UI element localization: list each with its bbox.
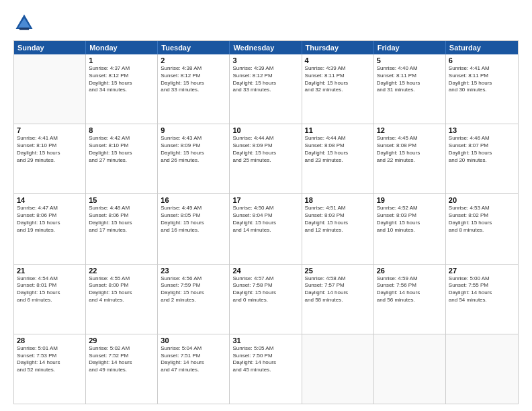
day-number: 4 [305, 56, 371, 64]
calendar-cell: 4Sunrise: 4:39 AM Sunset: 8:11 PM Daylig… [302, 54, 374, 124]
calendar-cell: 20Sunrise: 4:53 AM Sunset: 8:02 PM Dayli… [446, 194, 518, 263]
day-info: Sunrise: 5:04 AM Sunset: 7:51 PM Dayligh… [161, 345, 226, 374]
day-number: 15 [89, 196, 154, 204]
calendar-cell: 23Sunrise: 4:56 AM Sunset: 7:59 PM Dayli… [158, 265, 230, 334]
calendar-cell: 7Sunrise: 4:41 AM Sunset: 8:10 PM Daylig… [14, 124, 86, 193]
calendar-row: 14Sunrise: 4:47 AM Sunset: 8:06 PM Dayli… [14, 194, 518, 264]
day-info: Sunrise: 5:05 AM Sunset: 7:50 PM Dayligh… [232, 345, 298, 374]
day-number: 26 [377, 267, 443, 275]
day-info: Sunrise: 4:44 AM Sunset: 8:08 PM Dayligh… [305, 135, 371, 164]
calendar-cell: 21Sunrise: 4:54 AM Sunset: 8:01 PM Dayli… [14, 265, 86, 334]
logo [13, 12, 38, 34]
calendar-cell [374, 334, 446, 404]
calendar-cell: 6Sunrise: 4:41 AM Sunset: 8:11 PM Daylig… [446, 54, 518, 124]
day-info: Sunrise: 4:41 AM Sunset: 8:11 PM Dayligh… [449, 65, 515, 94]
calendar-cell: 22Sunrise: 4:55 AM Sunset: 8:00 PM Dayli… [86, 265, 158, 334]
calendar-header: SundayMondayTuesdayWednesdayThursdayFrid… [14, 41, 518, 54]
day-number: 13 [449, 126, 515, 134]
calendar-cell: 16Sunrise: 4:49 AM Sunset: 8:05 PM Dayli… [158, 194, 230, 263]
day-number: 16 [161, 196, 226, 204]
day-info: Sunrise: 4:40 AM Sunset: 8:11 PM Dayligh… [377, 65, 443, 94]
day-number: 30 [161, 336, 226, 345]
weekday-header: Thursday [302, 41, 374, 54]
day-info: Sunrise: 4:39 AM Sunset: 8:11 PM Dayligh… [305, 65, 371, 94]
day-info: Sunrise: 4:56 AM Sunset: 7:59 PM Dayligh… [161, 275, 226, 304]
day-number: 2 [161, 56, 226, 64]
day-info: Sunrise: 4:58 AM Sunset: 7:57 PM Dayligh… [305, 275, 371, 304]
logo-icon [13, 12, 35, 34]
calendar-cell: 29Sunrise: 5:02 AM Sunset: 7:52 PM Dayli… [86, 334, 158, 404]
day-info: Sunrise: 4:54 AM Sunset: 8:01 PM Dayligh… [17, 275, 83, 304]
day-info: Sunrise: 4:43 AM Sunset: 8:09 PM Dayligh… [161, 135, 226, 164]
day-number: 7 [17, 126, 83, 134]
day-number: 24 [232, 267, 298, 275]
calendar-cell: 2Sunrise: 4:38 AM Sunset: 8:12 PM Daylig… [158, 54, 230, 124]
page: SundayMondayTuesdayWednesdayThursdayFrid… [0, 0, 532, 411]
day-info: Sunrise: 4:59 AM Sunset: 7:56 PM Dayligh… [377, 275, 443, 304]
weekday-header: Friday [374, 41, 446, 54]
calendar-cell: 9Sunrise: 4:43 AM Sunset: 8:09 PM Daylig… [158, 124, 230, 193]
calendar-cell: 15Sunrise: 4:48 AM Sunset: 8:06 PM Dayli… [86, 194, 158, 263]
day-number: 19 [377, 196, 443, 204]
day-number: 9 [161, 126, 226, 134]
day-number: 23 [161, 267, 226, 275]
day-number: 20 [449, 196, 515, 204]
calendar-row: 7Sunrise: 4:41 AM Sunset: 8:10 PM Daylig… [14, 124, 518, 194]
calendar-cell: 31Sunrise: 5:05 AM Sunset: 7:50 PM Dayli… [230, 334, 302, 404]
calendar-cell: 12Sunrise: 4:45 AM Sunset: 8:08 PM Dayli… [374, 124, 446, 193]
calendar-cell: 30Sunrise: 5:04 AM Sunset: 7:51 PM Dayli… [158, 334, 230, 404]
day-info: Sunrise: 4:37 AM Sunset: 8:12 PM Dayligh… [89, 65, 154, 94]
day-number: 21 [17, 267, 83, 275]
day-number: 11 [305, 126, 371, 134]
day-info: Sunrise: 4:38 AM Sunset: 8:12 PM Dayligh… [161, 65, 226, 94]
day-number: 18 [305, 196, 371, 204]
day-number: 6 [449, 56, 515, 64]
day-number: 25 [305, 267, 371, 275]
svg-rect-2 [19, 28, 29, 30]
calendar-cell: 13Sunrise: 4:46 AM Sunset: 8:07 PM Dayli… [446, 124, 518, 193]
calendar-row: 28Sunrise: 5:01 AM Sunset: 7:53 PM Dayli… [14, 334, 518, 404]
header [13, 12, 519, 34]
day-number: 22 [89, 267, 154, 275]
day-info: Sunrise: 4:45 AM Sunset: 8:08 PM Dayligh… [377, 135, 443, 164]
weekday-header: Sunday [14, 41, 86, 54]
day-number: 12 [377, 126, 443, 134]
weekday-header: Tuesday [158, 41, 230, 54]
day-info: Sunrise: 4:44 AM Sunset: 8:09 PM Dayligh… [232, 135, 298, 164]
calendar-cell: 11Sunrise: 4:44 AM Sunset: 8:08 PM Dayli… [302, 124, 374, 193]
day-info: Sunrise: 4:57 AM Sunset: 7:58 PM Dayligh… [232, 275, 298, 304]
day-number: 10 [232, 126, 298, 134]
day-info: Sunrise: 5:02 AM Sunset: 7:52 PM Dayligh… [89, 345, 154, 374]
day-number: 27 [449, 267, 515, 275]
day-info: Sunrise: 4:42 AM Sunset: 8:10 PM Dayligh… [89, 135, 154, 164]
calendar-cell: 18Sunrise: 4:51 AM Sunset: 8:03 PM Dayli… [302, 194, 374, 263]
day-info: Sunrise: 4:53 AM Sunset: 8:02 PM Dayligh… [449, 205, 515, 234]
calendar: SundayMondayTuesdayWednesdayThursdayFrid… [13, 40, 519, 404]
calendar-cell: 25Sunrise: 4:58 AM Sunset: 7:57 PM Dayli… [302, 265, 374, 334]
calendar-cell: 8Sunrise: 4:42 AM Sunset: 8:10 PM Daylig… [86, 124, 158, 193]
day-info: Sunrise: 4:46 AM Sunset: 8:07 PM Dayligh… [449, 135, 515, 164]
calendar-cell [14, 54, 86, 124]
day-info: Sunrise: 4:51 AM Sunset: 8:03 PM Dayligh… [305, 205, 371, 234]
calendar-cell: 17Sunrise: 4:50 AM Sunset: 8:04 PM Dayli… [230, 194, 302, 263]
calendar-row: 1Sunrise: 4:37 AM Sunset: 8:12 PM Daylig… [14, 54, 518, 124]
calendar-cell [302, 334, 374, 404]
calendar-cell: 27Sunrise: 5:00 AM Sunset: 7:55 PM Dayli… [446, 265, 518, 334]
day-info: Sunrise: 4:52 AM Sunset: 8:03 PM Dayligh… [377, 205, 443, 234]
calendar-cell: 19Sunrise: 4:52 AM Sunset: 8:03 PM Dayli… [374, 194, 446, 263]
day-info: Sunrise: 4:48 AM Sunset: 8:06 PM Dayligh… [89, 205, 154, 234]
calendar-cell: 10Sunrise: 4:44 AM Sunset: 8:09 PM Dayli… [230, 124, 302, 193]
calendar-cell: 5Sunrise: 4:40 AM Sunset: 8:11 PM Daylig… [374, 54, 446, 124]
calendar-cell: 28Sunrise: 5:01 AM Sunset: 7:53 PM Dayli… [14, 334, 86, 404]
day-number: 28 [17, 336, 83, 345]
day-number: 29 [89, 336, 154, 345]
day-info: Sunrise: 5:00 AM Sunset: 7:55 PM Dayligh… [449, 275, 515, 304]
weekday-header: Monday [86, 41, 158, 54]
weekday-header: Wednesday [230, 41, 302, 54]
calendar-body: 1Sunrise: 4:37 AM Sunset: 8:12 PM Daylig… [14, 54, 518, 404]
day-number: 1 [89, 56, 154, 64]
calendar-cell: 26Sunrise: 4:59 AM Sunset: 7:56 PM Dayli… [374, 265, 446, 334]
day-info: Sunrise: 4:49 AM Sunset: 8:05 PM Dayligh… [161, 205, 226, 234]
calendar-cell: 3Sunrise: 4:39 AM Sunset: 8:12 PM Daylig… [230, 54, 302, 124]
day-number: 31 [232, 336, 298, 345]
